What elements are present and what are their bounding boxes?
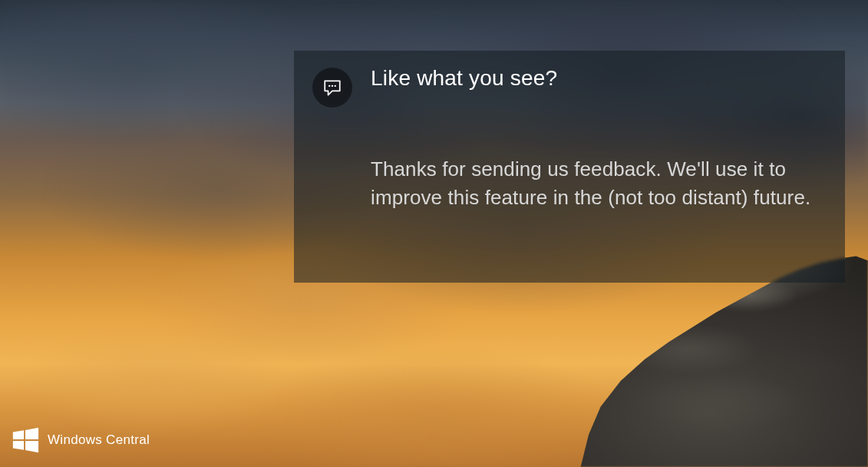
feedback-icon bbox=[312, 68, 352, 108]
feedback-notification-panel: Like what you see? Thanks for sending us… bbox=[294, 51, 845, 283]
notification-icon-container bbox=[294, 66, 371, 264]
svg-point-2 bbox=[335, 84, 336, 86]
svg-marker-3 bbox=[13, 430, 24, 439]
notification-body: Thanks for sending us feedback. We'll us… bbox=[371, 155, 827, 212]
svg-point-1 bbox=[332, 84, 333, 86]
watermark-text: Windows Central bbox=[48, 432, 150, 448]
watermark: Windows Central bbox=[11, 426, 150, 455]
svg-point-0 bbox=[328, 84, 330, 86]
notification-title: Like what you see? bbox=[371, 66, 827, 91]
windows-central-logo-icon bbox=[11, 426, 40, 455]
svg-marker-5 bbox=[13, 441, 24, 450]
svg-marker-6 bbox=[25, 441, 38, 452]
notification-content: Like what you see? Thanks for sending us… bbox=[371, 66, 827, 264]
svg-marker-4 bbox=[25, 428, 38, 439]
